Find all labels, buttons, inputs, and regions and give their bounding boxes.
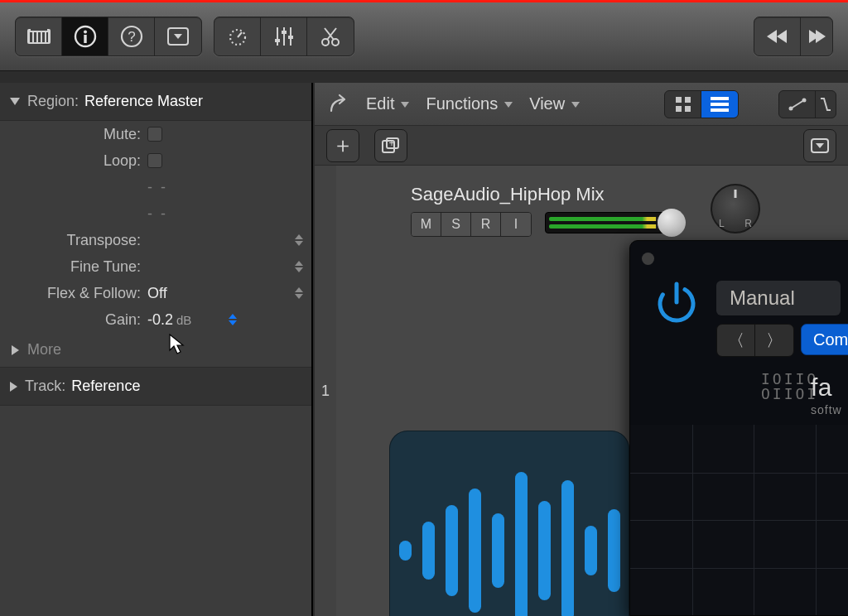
svg-rect-35 <box>711 97 729 100</box>
region-header[interactable]: Region: Reference Master <box>0 83 311 121</box>
automation-curve-button[interactable] <box>779 91 816 118</box>
duplicate-track-button[interactable]: + <box>374 129 407 162</box>
scissors-button[interactable] <box>307 17 354 55</box>
svg-rect-19 <box>275 39 280 42</box>
finetune-label: Fine Tune: <box>0 258 147 276</box>
svg-marker-27 <box>767 30 777 43</box>
preset-next-button[interactable]: 〉 <box>755 325 793 356</box>
more-row[interactable]: More <box>0 333 311 367</box>
grid-icon <box>675 96 691 113</box>
flex-stepper[interactable] <box>295 287 303 299</box>
preset-nav: 〈 〉 <box>716 324 794 357</box>
disclosure-triangle-icon <box>12 345 19 355</box>
input-button[interactable]: I <box>501 213 531 236</box>
transpose-stepper[interactable] <box>295 234 303 246</box>
region-params: Mute: Loop: - - - - Transpose: Fine Tune… <box>0 121 311 333</box>
loop-row: Loop: <box>0 147 311 174</box>
close-dot[interactable] <box>642 253 654 265</box>
preset-label: Manual <box>730 286 795 310</box>
track-header[interactable]: Track: Reference <box>0 367 311 406</box>
svg-rect-6 <box>46 32 48 42</box>
library-button[interactable] <box>16 17 62 55</box>
brand-name: fa <box>811 373 832 402</box>
help-icon: ? <box>120 25 143 48</box>
transpose-label: Transpose: <box>0 232 147 249</box>
qswing-row[interactable]: - - <box>0 200 311 227</box>
region-header-value: Reference Master <box>84 93 203 110</box>
compare-label: Com <box>813 330 848 349</box>
track-name[interactable]: SageAudio_HipHop Mix <box>411 184 605 205</box>
track-header-value: Reference <box>71 378 140 395</box>
list-view-button[interactable] <box>701 91 738 118</box>
edit-menu[interactable]: Edit <box>366 94 409 113</box>
forward-button[interactable] <box>801 17 832 55</box>
quantize-row[interactable]: - - <box>0 174 311 200</box>
disclosure-triangle-icon <box>10 382 17 392</box>
mixer-button[interactable] <box>261 17 307 55</box>
help-button[interactable]: ? <box>108 17 155 55</box>
svg-rect-20 <box>282 31 287 34</box>
eq-plot[interactable] <box>630 425 848 615</box>
track-header-label: Track: <box>25 378 65 395</box>
svg-rect-5 <box>42 32 45 42</box>
edit-tool-group <box>214 17 354 56</box>
preset-display[interactable]: Manual <box>716 281 841 315</box>
flex-row[interactable]: Flex & Follow: Off <box>0 280 311 306</box>
gain-row[interactable]: Gain: -0.2 dB <box>0 306 311 333</box>
curve-icon <box>788 97 807 112</box>
mute-checkbox[interactable] <box>147 127 162 142</box>
transpose-row[interactable]: Transpose: <box>0 227 311 253</box>
power-button[interactable] <box>650 276 703 329</box>
back-up-icon[interactable] <box>326 93 349 116</box>
automation-toggle <box>778 90 836 118</box>
flex-label: Flex & Follow: <box>0 285 147 302</box>
brand-mark-icon: IOIIOOIIOI <box>761 372 818 402</box>
track-dropdown-button[interactable] <box>803 129 836 162</box>
solo-button[interactable]: S <box>441 213 471 236</box>
loop-checkbox[interactable] <box>147 153 162 168</box>
inspector-button[interactable] <box>62 17 108 55</box>
svg-rect-31 <box>676 97 682 103</box>
view-menu[interactable]: View <box>529 94 580 113</box>
finetune-row[interactable]: Fine Tune: <box>0 253 311 280</box>
list-icon <box>711 97 729 112</box>
volume-fader-knob[interactable] <box>658 209 686 237</box>
library-icon <box>27 27 51 46</box>
svg-text:+: + <box>388 137 394 149</box>
grid-view-button[interactable] <box>665 91 701 118</box>
mute-button[interactable]: M <box>412 213 441 236</box>
svg-marker-29 <box>816 30 826 43</box>
dropdown-icon <box>167 27 189 46</box>
compare-button[interactable]: Com <box>801 324 848 355</box>
rewind-button[interactable] <box>754 17 801 55</box>
gain-stepper[interactable] <box>229 314 237 325</box>
svg-line-15 <box>238 32 242 37</box>
pan-knob[interactable]: L R <box>711 184 760 233</box>
smart-controls-button[interactable] <box>214 17 261 55</box>
waveform-icon <box>399 472 620 616</box>
main-toolbar: ? <box>0 2 848 70</box>
chevron-down-icon <box>571 102 580 108</box>
chevron-down-icon <box>504 102 513 108</box>
record-button[interactable]: R <box>471 213 501 236</box>
functions-menu[interactable]: Functions <box>426 94 513 113</box>
gain-value: -0.2 <box>147 311 173 329</box>
add-track-button[interactable]: ＋ <box>326 129 359 162</box>
mute-row: Mute: <box>0 121 311 147</box>
track-number: 1 <box>315 166 336 616</box>
svg-text:?: ? <box>128 29 135 45</box>
tracks-header: Edit Functions View <box>315 83 848 126</box>
toolbar-dropdown-button[interactable] <box>155 17 201 55</box>
svg-marker-26 <box>777 30 787 43</box>
plugin-window[interactable]: Manual 〈 〉 Com IOIIOOIIOI fa softw <box>629 240 848 616</box>
svg-rect-3 <box>34 32 36 42</box>
flex-toggle-button[interactable] <box>816 91 836 118</box>
flex-value: Off <box>147 285 167 302</box>
finetune-stepper[interactable] <box>295 261 303 272</box>
svg-rect-32 <box>685 97 691 103</box>
scissors-icon <box>320 26 341 47</box>
pan-left-label: L <box>719 218 725 229</box>
pan-right-label: R <box>744 218 752 229</box>
preset-prev-button[interactable]: 〈 <box>717 325 755 356</box>
brand-subtitle: softw <box>811 403 842 416</box>
